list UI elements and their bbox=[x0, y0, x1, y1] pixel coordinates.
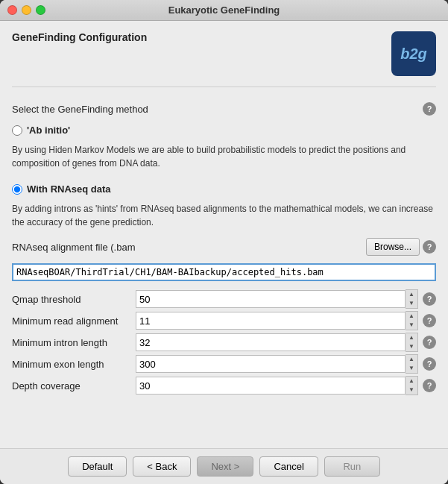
spinner-down-2[interactable]: ▼ bbox=[406, 342, 417, 351]
field-input-container-0: ▲ ▼ bbox=[136, 289, 418, 309]
spinner-up-2[interactable]: ▲ bbox=[406, 333, 417, 342]
field-row-0: Qmap threshold ▲ ▼ ? bbox=[12, 289, 436, 309]
spinner-up-3[interactable]: ▲ bbox=[406, 355, 417, 364]
bam-help-icon[interactable]: ? bbox=[423, 240, 436, 254]
field-label-2: Minimum intron length bbox=[12, 337, 131, 348]
bam-input-container bbox=[12, 263, 436, 281]
main-window: Eukaryotic GeneFinding GeneFinding Confi… bbox=[0, 0, 448, 484]
next-button[interactable]: Next > bbox=[197, 456, 253, 477]
rnaseq-option[interactable]: With RNAseq data bbox=[12, 183, 436, 195]
field-row-4: Depth coverage ▲ ▼ ? bbox=[12, 376, 436, 395]
numeric-fields: Qmap threshold ▲ ▼ ? Minimum read alignm… bbox=[12, 287, 436, 397]
field-help-icon-1[interactable]: ? bbox=[423, 314, 436, 327]
field-input-container-2: ▲ ▼ bbox=[136, 333, 418, 352]
page-title: GeneFinding Configuration bbox=[12, 31, 147, 43]
field-help-icon-4[interactable]: ? bbox=[423, 379, 436, 392]
spinner-down-0[interactable]: ▼ bbox=[406, 299, 417, 308]
ab-initio-description: By using Hiden Markov Models we are able… bbox=[12, 143, 436, 170]
rnaseq-radio[interactable] bbox=[12, 184, 22, 195]
maximize-button[interactable] bbox=[36, 5, 45, 15]
default-button[interactable]: Default bbox=[68, 456, 127, 477]
title-bar: Eukaryotic GeneFinding bbox=[0, 0, 448, 21]
bam-field-label: RNAseq alignment file (.bam bbox=[12, 242, 135, 253]
field-row-3: Minimum exon length ▲ ▼ ? bbox=[12, 354, 436, 374]
spinner-down-3[interactable]: ▼ bbox=[406, 364, 417, 373]
spinner-up-0[interactable]: ▲ bbox=[406, 290, 417, 299]
cancel-button[interactable]: Cancel bbox=[259, 456, 318, 477]
header-row: GeneFinding Configuration b2g bbox=[12, 31, 436, 76]
select-method-row: Select the GeneFinding method ? bbox=[12, 102, 436, 116]
field-spinner-4: ▲ ▼ bbox=[406, 376, 418, 395]
spinner-down-4[interactable]: ▼ bbox=[406, 386, 417, 395]
field-spinner-1: ▲ ▼ bbox=[406, 311, 418, 330]
field-input-1[interactable] bbox=[136, 312, 406, 330]
field-help-icon-0[interactable]: ? bbox=[423, 292, 436, 306]
browse-button[interactable]: Browse... bbox=[366, 238, 420, 256]
field-input-container-1: ▲ ▼ bbox=[136, 311, 418, 330]
method-label: Select the GeneFinding method bbox=[12, 104, 148, 115]
field-input-4[interactable] bbox=[136, 377, 406, 395]
footer: Default < Back Next > Cancel Run bbox=[0, 448, 448, 484]
logo-text: b2g bbox=[400, 45, 427, 63]
field-row-2: Minimum intron length ▲ ▼ ? bbox=[12, 333, 436, 352]
rnaseq-description: By adding introns as 'hints' from RNAseq… bbox=[12, 202, 436, 229]
field-label-0: Qmap threshold bbox=[12, 294, 131, 305]
field-input-container-3: ▲ ▼ bbox=[136, 354, 418, 374]
field-row-1: Minimum read alignment ▲ ▼ ? bbox=[12, 311, 436, 330]
ab-initio-radio[interactable] bbox=[12, 125, 22, 136]
field-label-4: Depth coverage bbox=[12, 380, 131, 392]
spinner-up-4[interactable]: ▲ bbox=[406, 377, 417, 386]
window-controls bbox=[7, 5, 45, 15]
close-button[interactable] bbox=[7, 5, 17, 15]
spinner-down-1[interactable]: ▼ bbox=[406, 321, 417, 330]
run-button[interactable]: Run bbox=[324, 456, 380, 477]
separator-1 bbox=[12, 87, 436, 87]
content-area: GeneFinding Configuration b2g Select the… bbox=[0, 21, 448, 448]
field-spinner-0: ▲ ▼ bbox=[406, 289, 418, 309]
field-input-container-4: ▲ ▼ bbox=[136, 376, 418, 395]
field-input-0[interactable] bbox=[136, 290, 406, 308]
back-button[interactable]: < Back bbox=[133, 456, 191, 477]
bam-label-row: RNAseq alignment file (.bam Browse... ? bbox=[12, 238, 436, 256]
spinner-up-1[interactable]: ▲ bbox=[406, 312, 417, 321]
field-input-2[interactable] bbox=[136, 333, 406, 351]
minimize-button[interactable] bbox=[22, 5, 31, 15]
method-help-icon[interactable]: ? bbox=[423, 102, 436, 116]
logo: b2g bbox=[391, 31, 436, 76]
window-title: Eukaryotic GeneFinding bbox=[168, 4, 280, 16]
field-spinner-3: ▲ ▼ bbox=[406, 354, 418, 374]
field-help-icon-2[interactable]: ? bbox=[423, 336, 436, 349]
field-label-1: Minimum read alignment bbox=[12, 315, 131, 327]
field-input-3[interactable] bbox=[136, 355, 406, 373]
field-label-3: Minimum exon length bbox=[12, 359, 131, 370]
ab-initio-label: 'Ab initio' bbox=[27, 125, 70, 136]
bam-input[interactable] bbox=[12, 263, 436, 281]
field-help-icon-3[interactable]: ? bbox=[423, 357, 436, 371]
field-spinner-2: ▲ ▼ bbox=[406, 333, 418, 352]
rnaseq-label: With RNAseq data bbox=[27, 183, 111, 195]
ab-initio-option[interactable]: 'Ab initio' bbox=[12, 125, 436, 136]
